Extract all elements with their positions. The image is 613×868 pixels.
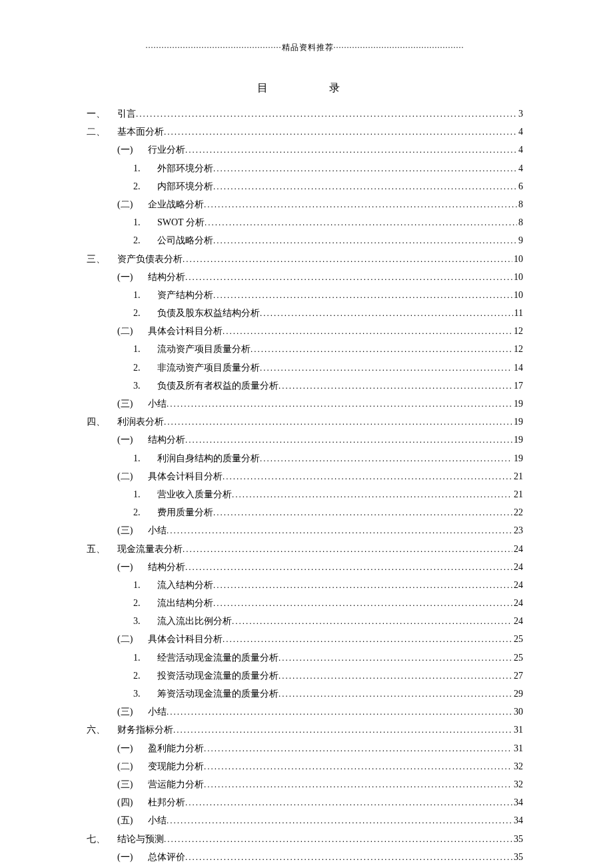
toc-page-number: 34: [512, 813, 523, 827]
toc-text: 负债及所有者权益的质量分析: [157, 379, 279, 393]
toc-leader: [185, 143, 517, 153]
toc-text: 引言: [117, 107, 136, 121]
header-banner: ········································…: [87, 41, 523, 53]
toc-leader: [213, 162, 517, 171]
page-title: 目 录: [87, 80, 523, 96]
toc-leader: [279, 651, 512, 661]
toc-entry: 3.负债及所有者权益的质量分析17: [87, 379, 523, 393]
toc-leader: [260, 361, 512, 371]
toc-page-number: 10: [512, 270, 523, 284]
toc-leader: [185, 851, 512, 860]
toc-marker: (一): [117, 433, 148, 447]
toc-entry: 1.流入结构分析24: [87, 578, 523, 592]
toc-page-number: 24: [512, 614, 523, 628]
toc-marker: (一): [117, 560, 148, 574]
toc-entry: (一)盈利能力分析31: [87, 741, 523, 755]
toc-text: 负债及股东权益结构分析: [157, 306, 260, 320]
toc-marker: 1.: [133, 161, 157, 175]
toc-page-number: 3: [517, 107, 523, 121]
toc-page-number: 9: [517, 233, 523, 247]
toc-leader: [185, 561, 512, 570]
toc-entry: (三)小结30: [87, 705, 523, 719]
toc-leader: [167, 524, 512, 533]
toc-entry: (五)小结34: [87, 813, 523, 827]
toc-text: 内部环境分析: [157, 179, 213, 193]
toc-leader: [213, 234, 517, 243]
toc-text: 总体评价: [148, 850, 185, 864]
toc-entry: 1.利润自身结构的质量分析19: [87, 451, 523, 465]
toc-marker: 四、: [87, 415, 117, 429]
toc-entry: (三)营运能力分析32: [87, 777, 523, 791]
toc-entry: (二)企业战略分析8: [87, 197, 523, 211]
toc-leader: [167, 705, 512, 715]
toc-marker: 2.: [133, 596, 157, 610]
toc-page-number: 17: [512, 379, 523, 393]
toc-entry: 2.负债及股东权益结构分析11: [87, 306, 523, 320]
toc-entry: 1.外部环境分析4: [87, 161, 523, 175]
toc-leader: [223, 633, 512, 642]
toc-marker: (四): [117, 795, 148, 809]
toc-entry: 1.经营活动现金流量的质量分析25: [87, 651, 523, 665]
toc-text: 流出结构分析: [157, 596, 213, 610]
toc-leader: [136, 107, 517, 117]
toc-text: 经营活动现金流量的质量分析: [157, 651, 279, 665]
toc-leader: [167, 814, 512, 823]
toc-page-number: 12: [512, 324, 523, 338]
toc-entry: 三、资产负债表分析10: [87, 252, 523, 266]
toc-text: 结构分析: [148, 270, 185, 284]
toc-marker: 1.: [133, 288, 157, 302]
toc-marker: 1.: [133, 451, 157, 465]
toc-page-number: 31: [512, 723, 523, 737]
toc-leader: [232, 488, 512, 497]
toc-page-number: 10: [512, 252, 523, 266]
toc-marker: 二、: [87, 125, 117, 139]
toc-entry: 3.流入流出比例分析24: [87, 614, 523, 628]
toc-page-number: 21: [512, 487, 523, 501]
toc-entry: 四、利润表分析19: [87, 415, 523, 429]
table-of-contents: 一、引言3二、基本面分析4(一)行业分析41.外部环境分析42.内部环境分析6(…: [87, 107, 523, 868]
toc-leader: [279, 687, 512, 697]
toc-marker: (三): [117, 777, 148, 791]
toc-leader: [205, 216, 517, 225]
toc-entry: 2.内部环境分析6: [87, 179, 523, 193]
toc-entry: (一)总体评价35: [87, 850, 523, 864]
toc-leader: [223, 470, 512, 479]
toc-entry: 2.投资活动现金流量的质量分析27: [87, 669, 523, 683]
toc-page-number: 19: [512, 415, 523, 429]
toc-leader: [232, 615, 512, 624]
toc-marker: (一): [117, 143, 148, 157]
toc-marker: (二): [117, 324, 148, 338]
toc-page-number: 14: [512, 361, 523, 375]
toc-marker: 1.: [133, 487, 157, 501]
toc-text: 基本面分析: [117, 125, 164, 139]
toc-page-number: 24: [512, 596, 523, 610]
toc-entry: 七、结论与预测35: [87, 832, 523, 846]
toc-entry: (二)具体会计科目分析25: [87, 632, 523, 646]
toc-marker: (一): [117, 270, 148, 284]
toc-text: 流动资产项目质量分析: [157, 342, 251, 356]
toc-text: 小结: [148, 705, 167, 719]
toc-marker: 2.: [133, 669, 157, 683]
toc-entry: 1.资产结构分析10: [87, 288, 523, 302]
toc-entry: 2.公司战略分析9: [87, 233, 523, 247]
toc-page-number: 4: [517, 161, 523, 175]
toc-entry: 2.非流动资产项目质量分析14: [87, 361, 523, 375]
toc-leader: [251, 343, 512, 352]
toc-leader: [185, 796, 512, 805]
toc-page-number: 32: [512, 759, 523, 773]
toc-leader: [173, 723, 512, 733]
toc-text: 投资活动现金流量的质量分析: [157, 669, 279, 683]
toc-text: 行业分析: [148, 143, 185, 157]
toc-text: 外部环境分析: [157, 161, 213, 175]
toc-text: 利润表分析: [117, 415, 164, 429]
toc-page-number: 35: [512, 832, 523, 846]
toc-leader: [183, 543, 512, 552]
toc-page-number: 8: [517, 215, 523, 229]
toc-marker: (二): [117, 759, 148, 773]
toc-marker: 2.: [133, 505, 157, 519]
toc-entry: 2.费用质量分析22: [87, 505, 523, 519]
toc-marker: 2.: [133, 179, 157, 193]
toc-page-number: 34: [512, 795, 523, 809]
toc-leader: [164, 415, 512, 425]
toc-page-number: 11: [513, 306, 523, 320]
